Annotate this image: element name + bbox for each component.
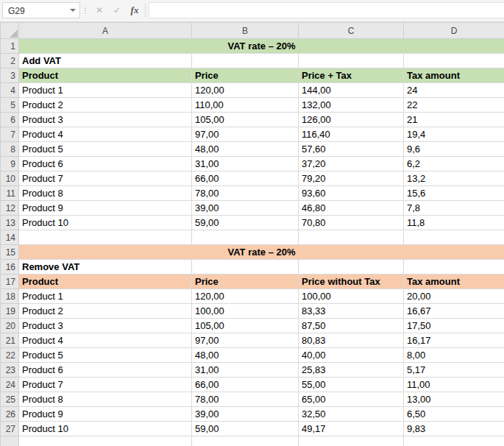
row-header-26[interactable]: 26 xyxy=(1,407,19,422)
cell[interactable]: Product 8 xyxy=(19,186,192,201)
table-header-cell[interactable]: Product xyxy=(19,68,192,83)
cell[interactable]: Product 7 xyxy=(19,378,192,392)
cell[interactable]: 80,83 xyxy=(299,333,404,348)
cell[interactable]: 48,00 xyxy=(192,142,299,157)
vat-rate-banner-cell[interactable]: VAT rate – 20% xyxy=(19,245,504,260)
vat-rate-banner-cell[interactable]: VAT rate – 20% xyxy=(19,39,504,54)
row-header-4[interactable]: 4 xyxy=(1,83,19,98)
row-header-16[interactable]: 16 xyxy=(1,260,19,275)
cell[interactable] xyxy=(299,436,404,446)
cell[interactable]: 78,00 xyxy=(192,186,299,201)
cell[interactable]: 5,17 xyxy=(404,363,504,378)
cell[interactable]: 24 xyxy=(404,83,504,98)
cell[interactable]: 59,00 xyxy=(192,422,299,436)
cell[interactable] xyxy=(19,436,192,446)
cell[interactable]: 31,00 xyxy=(192,157,299,171)
row-header-3[interactable]: 3 xyxy=(1,68,19,83)
cell[interactable]: 19,4 xyxy=(404,127,504,142)
cell[interactable]: 105,00 xyxy=(192,113,299,127)
cell[interactable]: Product 2 xyxy=(19,98,192,113)
name-box-dropdown[interactable] xyxy=(66,3,79,18)
table-header-cell[interactable]: Price xyxy=(192,68,299,83)
cell[interactable]: 25,83 xyxy=(299,363,404,378)
cell[interactable]: 120,00 xyxy=(192,83,299,98)
cell[interactable] xyxy=(404,260,504,275)
row-header-6[interactable]: 6 xyxy=(1,113,19,127)
cell[interactable]: 100,00 xyxy=(192,304,299,319)
column-header-a[interactable]: A xyxy=(19,23,192,39)
row-header-22[interactable]: 22 xyxy=(1,348,19,363)
cell[interactable] xyxy=(19,230,192,245)
cell[interactable]: 39,00 xyxy=(192,407,299,422)
table-header-cell[interactable]: Price without Tax xyxy=(299,275,404,289)
enter-button[interactable]: ✓ xyxy=(108,2,126,18)
formula-input[interactable] xyxy=(149,2,504,18)
cell[interactable]: Product 8 xyxy=(19,392,192,407)
cell[interactable]: 97,00 xyxy=(192,127,299,142)
row-header-18[interactable]: 18 xyxy=(1,289,19,304)
cell[interactable]: Product 1 xyxy=(19,83,192,98)
cancel-button[interactable]: ✕ xyxy=(90,2,108,18)
cell[interactable]: 93,60 xyxy=(299,186,404,201)
row-header-24[interactable]: 24 xyxy=(1,378,19,392)
cell[interactable]: 132,00 xyxy=(299,98,404,113)
table-header-cell[interactable]: Tax amount xyxy=(404,68,504,83)
cell[interactable]: Product 1 xyxy=(19,289,192,304)
column-header-c[interactable]: C xyxy=(299,23,404,39)
cell[interactable]: 8,00 xyxy=(404,348,504,363)
cell[interactable]: 6,2 xyxy=(404,157,504,171)
row-header-21[interactable]: 21 xyxy=(1,333,19,348)
cell[interactable] xyxy=(299,230,404,245)
cell[interactable]: Product 3 xyxy=(19,319,192,333)
row-header-27[interactable]: 27 xyxy=(1,422,19,436)
column-header-d[interactable]: D xyxy=(404,23,504,39)
cell[interactable]: Product 7 xyxy=(19,171,192,186)
row-header-15[interactable]: 15 xyxy=(1,245,19,260)
cell[interactable]: Product 5 xyxy=(19,142,192,157)
cell[interactable]: 126,00 xyxy=(299,113,404,127)
cell[interactable]: Product 6 xyxy=(19,363,192,378)
column-header-b[interactable]: B xyxy=(192,23,299,39)
cell[interactable]: 48,00 xyxy=(192,348,299,363)
cell[interactable]: Product 4 xyxy=(19,127,192,142)
row-header-9[interactable]: 9 xyxy=(1,157,19,171)
cell[interactable]: 66,00 xyxy=(192,171,299,186)
table-header-cell[interactable]: Price xyxy=(192,275,299,289)
cell[interactable]: Product 3 xyxy=(19,113,192,127)
cell[interactable]: 87,50 xyxy=(299,319,404,333)
row-header-5[interactable]: 5 xyxy=(1,98,19,113)
cell[interactable] xyxy=(192,230,299,245)
row-header-10[interactable]: 10 xyxy=(1,171,19,186)
cell[interactable]: 55,00 xyxy=(299,378,404,392)
cell[interactable]: 65,00 xyxy=(299,392,404,407)
row-header-13[interactable]: 13 xyxy=(1,216,19,230)
name-box[interactable]: G29 xyxy=(2,2,80,18)
cell[interactable] xyxy=(299,54,404,68)
cell[interactable] xyxy=(404,436,504,446)
cell[interactable]: 57,60 xyxy=(299,142,404,157)
cell[interactable] xyxy=(192,260,299,275)
cell[interactable]: 39,00 xyxy=(192,201,299,216)
cell[interactable]: 110,00 xyxy=(192,98,299,113)
cell[interactable] xyxy=(404,230,504,245)
row-header-partial[interactable] xyxy=(1,436,19,446)
cell[interactable]: 59,00 xyxy=(192,216,299,230)
cell[interactable]: 22 xyxy=(404,98,504,113)
cell[interactable]: 15,6 xyxy=(404,186,504,201)
cell[interactable]: 70,80 xyxy=(299,216,404,230)
cell[interactable]: 13,00 xyxy=(404,392,504,407)
cell[interactable]: Product 5 xyxy=(19,348,192,363)
cell[interactable]: 16,17 xyxy=(404,333,504,348)
cell[interactable]: 120,00 xyxy=(192,289,299,304)
cell[interactable]: 116,40 xyxy=(299,127,404,142)
row-header-19[interactable]: 19 xyxy=(1,304,19,319)
cell[interactable]: Product 9 xyxy=(19,407,192,422)
cell[interactable]: 97,00 xyxy=(192,333,299,348)
select-all-button[interactable] xyxy=(1,23,19,39)
table-header-cell[interactable]: Product xyxy=(19,275,192,289)
cell[interactable]: 79,20 xyxy=(299,171,404,186)
row-header-20[interactable]: 20 xyxy=(1,319,19,333)
cell[interactable]: 105,00 xyxy=(192,319,299,333)
cell[interactable]: 21 xyxy=(404,113,504,127)
row-header-25[interactable]: 25 xyxy=(1,392,19,407)
